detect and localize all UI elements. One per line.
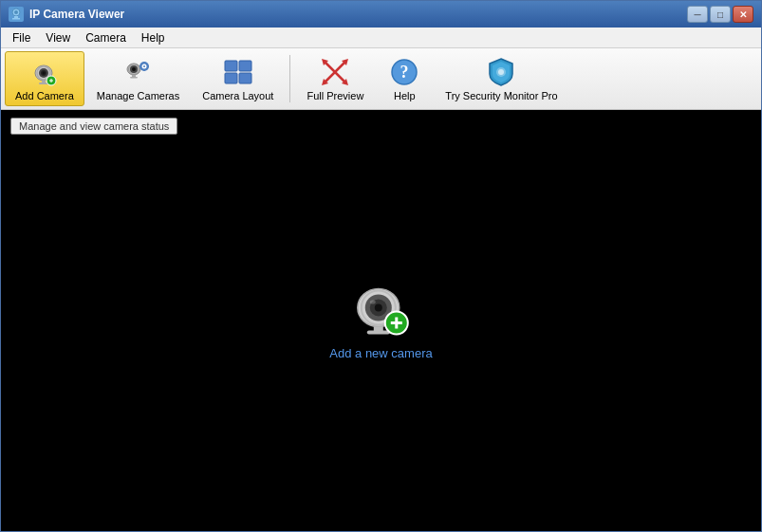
- svg-point-7: [42, 71, 45, 74]
- svg-rect-18: [132, 75, 136, 77]
- toolbar: Add Camera: [1, 48, 761, 110]
- full-preview-label: Full Preview: [307, 90, 363, 101]
- svg-point-48: [370, 301, 376, 304]
- help-button[interactable]: ? Help: [376, 51, 433, 106]
- add-camera-icon: [29, 57, 60, 87]
- add-camera-center-icon: [348, 282, 415, 339]
- manage-cameras-icon: [122, 57, 153, 87]
- add-camera-button[interactable]: Add Camera: [5, 51, 84, 106]
- try-security-label: Try Security Monitor Pro: [445, 90, 557, 101]
- menu-view[interactable]: View: [38, 29, 78, 46]
- svg-rect-23: [144, 62, 145, 64]
- svg-rect-25: [139, 65, 141, 66]
- main-window: IP Camera Viewer ─ □ ✕ File View Camera …: [0, 0, 762, 532]
- try-security-icon: [486, 57, 516, 87]
- menu-camera[interactable]: Camera: [78, 29, 134, 46]
- svg-rect-29: [225, 73, 237, 83]
- maximize-button[interactable]: □: [710, 6, 731, 23]
- full-preview-icon: [320, 57, 350, 87]
- help-icon: ?: [389, 57, 419, 87]
- menu-help[interactable]: Help: [134, 29, 173, 46]
- svg-rect-13: [50, 79, 51, 83]
- main-content: Manage and view camera status: [1, 110, 761, 531]
- camera-layout-icon: [223, 57, 253, 87]
- svg-rect-28: [239, 61, 251, 71]
- svg-rect-50: [367, 331, 390, 335]
- svg-text:?: ?: [400, 63, 409, 82]
- status-tooltip: Manage and view camera status: [10, 118, 177, 135]
- menu-file[interactable]: File: [5, 29, 38, 46]
- close-button[interactable]: ✕: [733, 6, 753, 23]
- minimize-button[interactable]: ─: [687, 6, 708, 23]
- add-camera-label: Add Camera: [15, 90, 74, 101]
- svg-rect-2: [14, 16, 18, 18]
- toolbar-separator-1: [289, 55, 290, 102]
- menu-bar: File View Camera Help: [1, 28, 761, 48]
- svg-point-46: [375, 304, 382, 312]
- svg-rect-53: [395, 318, 398, 329]
- svg-point-16: [132, 67, 136, 71]
- svg-point-42: [498, 69, 504, 75]
- camera-layout-label: Camera Layout: [202, 90, 273, 101]
- title-bar: IP Camera Viewer ─ □ ✕: [1, 1, 761, 28]
- window-title: IP Camera Viewer: [29, 8, 687, 21]
- svg-rect-30: [239, 73, 251, 83]
- help-label: Help: [394, 90, 416, 101]
- add-new-camera-button[interactable]: Add a new camera: [329, 282, 432, 360]
- app-icon: [9, 7, 24, 22]
- svg-rect-26: [147, 65, 149, 66]
- window-controls: ─ □ ✕: [687, 6, 753, 23]
- add-camera-center-label: Add a new camera: [329, 346, 432, 360]
- try-security-button[interactable]: Try Security Monitor Pro: [435, 51, 567, 106]
- svg-rect-24: [144, 69, 145, 71]
- svg-rect-27: [225, 61, 237, 71]
- svg-rect-3: [12, 18, 20, 20]
- manage-cameras-label: Manage Cameras: [97, 90, 179, 101]
- manage-cameras-button[interactable]: Manage Cameras: [86, 51, 190, 106]
- full-preview-button[interactable]: Full Preview: [296, 51, 374, 106]
- camera-layout-button[interactable]: Camera Layout: [192, 51, 284, 106]
- svg-point-22: [143, 65, 145, 67]
- svg-point-1: [14, 10, 18, 14]
- svg-rect-19: [130, 77, 138, 79]
